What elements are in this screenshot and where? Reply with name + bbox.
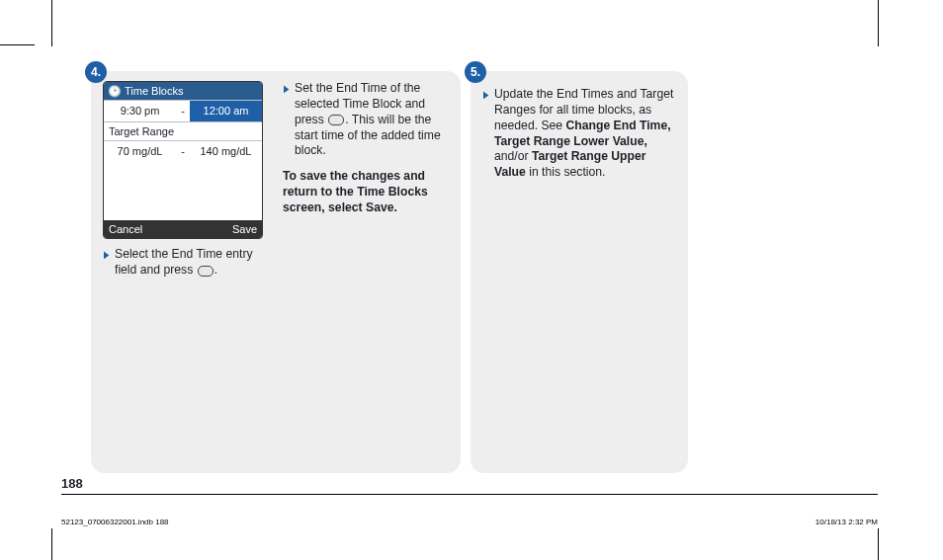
step-4-bullet-2-text: Set the End Time of the selected Time Bl… <box>295 81 449 159</box>
step-4-bullet-2: ▶ Set the End Time of the selected Time … <box>283 81 449 159</box>
triangle-bullet-icon: ▶ <box>104 247 110 262</box>
triangle-bullet-icon: ▶ <box>284 81 290 96</box>
document-page: 4. 🕑 Time Blocks 9:30 pm - 12:00 am Targ… <box>0 0 943 560</box>
target-range-label: Target Range <box>104 121 262 140</box>
device-footer: Cancel Save <box>104 220 262 238</box>
range-upper-value: 140 mg/dL <box>190 141 262 161</box>
step-4-bullet-1-b: . <box>214 263 217 277</box>
step-5-text-c: and/or <box>494 149 532 163</box>
page-number: 188 <box>61 476 83 491</box>
device-mock: 🕑 Time Blocks 9:30 pm - 12:00 am Target … <box>103 81 263 239</box>
triangle-bullet-icon: ▶ <box>483 87 489 102</box>
time-separator: - <box>176 101 190 120</box>
time-end-value: 12:00 am <box>190 101 262 120</box>
step-4-bullet-1-a: Select the End Time entry field and pres… <box>115 247 253 277</box>
step-4-panel: 4. 🕑 Time Blocks 9:30 pm - 12:00 am Targ… <box>91 71 461 473</box>
crop-mark <box>51 0 52 46</box>
device-title-bar: 🕑 Time Blocks <box>104 82 262 100</box>
crop-mark <box>878 528 879 560</box>
oval-button-icon <box>328 115 344 125</box>
device-save-button: Save <box>232 222 257 236</box>
crop-mark <box>878 0 879 46</box>
device-spacer <box>104 161 262 220</box>
step-5-badge: 5. <box>465 61 486 83</box>
step-5-text: Update the End Times and Target Ranges f… <box>494 87 676 181</box>
clock-icon: 🕑 <box>108 84 122 98</box>
step-5-bullet: ▶ Update the End Times and Target Ranges… <box>482 87 676 181</box>
step-4-save-note: To save the changes and return to the Ti… <box>283 169 449 216</box>
device-cancel-button: Cancel <box>109 222 142 236</box>
step-4-badge: 4. <box>85 61 107 83</box>
oval-button-icon <box>198 266 214 277</box>
device-range-row: 70 mg/dL - 140 mg/dL <box>104 140 262 161</box>
step-4-bullet-1-text: Select the End Time entry field and pres… <box>115 247 269 279</box>
step-4-col-right: ▶ Set the End Time of the selected Time … <box>283 81 449 461</box>
footer-rule <box>61 494 878 495</box>
footer-left: 52123_07006322001.indb 188 <box>61 518 169 526</box>
step-4-col-left: 🕑 Time Blocks 9:30 pm - 12:00 am Target … <box>103 81 269 461</box>
device-title-text: Time Blocks <box>125 84 184 98</box>
time-start-value: 9:30 pm <box>104 101 176 120</box>
range-separator: - <box>176 141 190 161</box>
step-5-panel: 5. ▶ Update the End Times and Target Ran… <box>471 71 688 473</box>
footer-right: 10/18/13 2:32 PM <box>815 518 878 526</box>
step-5-text-e: in this section. <box>526 165 606 179</box>
device-time-row: 9:30 pm - 12:00 am <box>104 100 262 120</box>
crop-mark <box>0 44 35 45</box>
range-lower-value: 70 mg/dL <box>104 141 176 161</box>
step-4-bullet-1: ▶ Select the End Time entry field and pr… <box>103 247 269 279</box>
crop-mark <box>51 528 52 560</box>
